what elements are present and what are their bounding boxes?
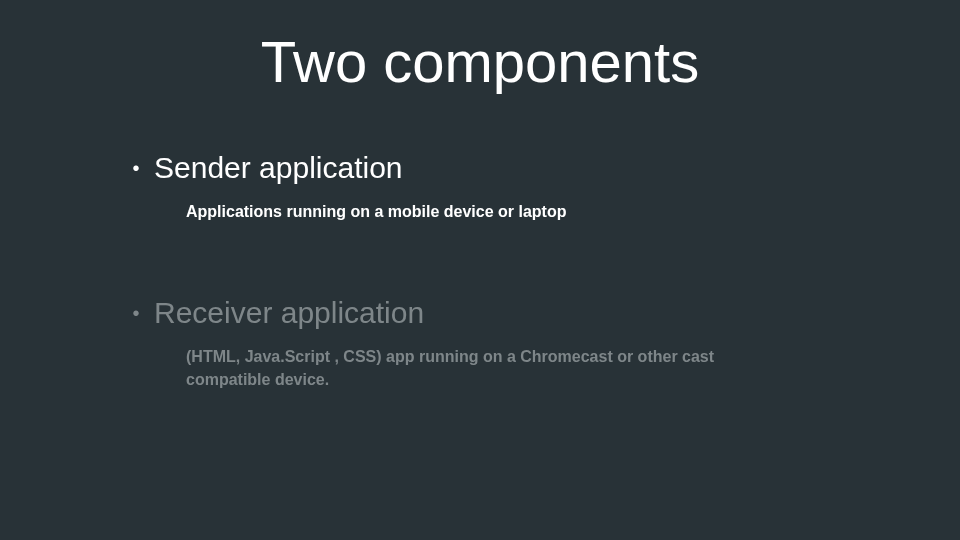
slide-title: Two components [0, 28, 960, 95]
slide: Two components • Sender application Appl… [0, 0, 960, 540]
bullet-item-sender: • Sender application Applications runnin… [118, 150, 838, 223]
bullet-line: • Receiver application [118, 295, 838, 331]
bullet-description: Applications running on a mobile device … [186, 200, 756, 223]
bullet-label: Receiver application [154, 295, 424, 331]
bullet-dot-icon: • [118, 303, 154, 323]
slide-body: • Sender application Applications runnin… [118, 150, 838, 464]
bullet-dot-icon: • [118, 158, 154, 178]
bullet-item-receiver: • Receiver application (HTML, Java.Scrip… [118, 295, 838, 391]
bullet-label: Sender application [154, 150, 403, 186]
bullet-description: (HTML, Java.Script , CSS) app running on… [186, 345, 756, 391]
bullet-line: • Sender application [118, 150, 838, 186]
